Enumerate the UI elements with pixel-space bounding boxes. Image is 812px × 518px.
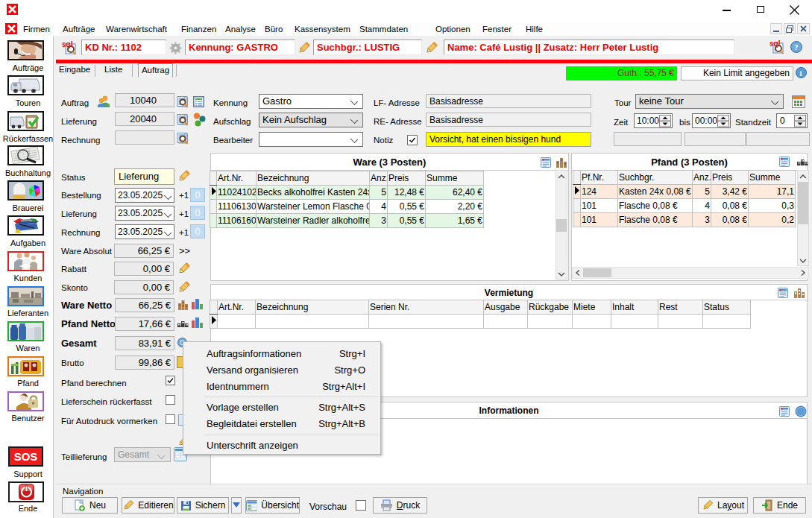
svg-text:sql: sql bbox=[769, 40, 781, 48]
svg-text:sql: sql bbox=[62, 40, 73, 48]
svg-text:?: ? bbox=[794, 42, 799, 51]
svg-text:i: i bbox=[800, 69, 802, 78]
